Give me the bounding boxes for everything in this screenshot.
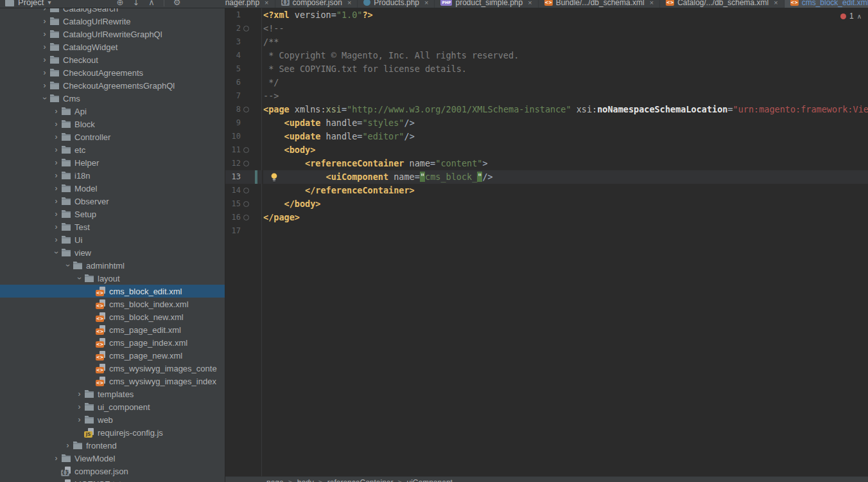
tree-item-observer[interactable]: ›Observer [0,195,225,208]
fold-marker-icon[interactable] [243,161,249,166]
tab-cms-block-edit-xml[interactable]: <>cms_block_edit.xml× [785,0,868,8]
chevron-icon[interactable]: › [74,389,84,398]
tree-item-model[interactable]: ›Model [0,182,225,195]
chevron-icon[interactable]: › [51,210,61,219]
tree-item-checkout[interactable]: ›Checkout [0,53,225,66]
code-line[interactable]: */ [263,76,868,89]
fold-marker-icon[interactable] [243,107,249,112]
tree-item-block[interactable]: ›Block [0,118,225,130]
chevron-icon[interactable]: › [74,402,84,411]
tree-item-view[interactable]: ›view [0,246,225,259]
code-line[interactable]: <uiComponent name="cms_block_"/> [263,170,868,184]
code-line[interactable]: --> [263,89,868,103]
code-line[interactable]: <page xmlns:xsi="http://www.w3.org/2001/… [263,103,868,116]
tab-close-icon[interactable]: × [347,0,351,6]
tree-item-catalogwidget[interactable]: ›CatalogWidget [0,40,225,53]
breadcrumb-item-uicomponent[interactable]: uiComponent [407,478,453,482]
chevron-icon[interactable]: › [40,94,49,103]
tree-item-api[interactable]: ›Api [0,105,225,118]
chevron-icon[interactable]: › [51,120,61,129]
tree-item-ui-component[interactable]: ›ui_component [0,400,225,413]
collapse-all-icon[interactable]: ↧ [132,0,139,7]
tree-item-license-txt[interactable]: ›≡LICENSE.txt [0,478,225,482]
breadcrumb-item-body[interactable]: body [297,478,314,482]
code-line[interactable]: </body> [263,197,868,211]
tab-catalog-db-schema-xml[interactable]: <>Catalog/.../db_schema.xml× [660,0,785,8]
fold-marker-icon[interactable] [243,147,249,153]
code-line[interactable]: * See COPYING.txt for license details. [263,62,868,76]
chevron-icon[interactable]: › [51,158,61,167]
chevron-icon[interactable]: › [40,55,49,64]
chevron-icon[interactable]: › [64,261,73,271]
tree-item-setup[interactable]: ›Setup [0,208,225,220]
tab-bundle-db-schema-xml[interactable]: <>Bundle/.../db_schema.xml× [539,0,661,8]
tree-item-web[interactable]: ›web [0,413,225,426]
breadcrumb-item-referencecontainer[interactable]: referenceContainer [327,478,394,482]
tree-item-catalogurlrewrite[interactable]: ›CatalogUrlRewrite [0,15,225,28]
code-area[interactable]: <?xml version="1.0"?><!--/** * Copyright… [263,8,868,476]
chevron-icon[interactable]: › [40,42,49,51]
chevron-icon[interactable]: › [40,17,49,26]
chevron-icon[interactable]: › [51,145,61,154]
chevron-icon[interactable]: › [51,132,61,141]
code-line[interactable]: </referenceContainer> [263,184,868,197]
chevron-icon[interactable]: › [51,107,61,116]
tree-item-frontend[interactable]: ›frontend [0,439,225,452]
editor[interactable]: 1234567891011121314151617 <?xml version=… [225,8,868,476]
breadcrumb-item-page[interactable]: page [266,478,284,482]
code-line[interactable]: <!-- [263,22,868,35]
tab-close-icon[interactable]: × [528,0,532,6]
tree-item-cms-page-edit-xml[interactable]: ›<>cms_page_edit.xml [0,323,225,336]
code-line[interactable]: <?xml version="1.0"?> [263,8,868,22]
tree-item-ui[interactable]: ›Ui [0,233,225,246]
tree-item-cms-page-new-xml[interactable]: ›<>cms_page_new.xml [0,349,225,362]
tree-item-templates[interactable]: ›templates [0,388,225,400]
chevron-icon[interactable]: › [40,8,49,13]
project-panel-title[interactable]: Project [18,0,44,7]
tree-item-helper[interactable]: ›Helper [0,156,225,169]
chevron-icon[interactable]: › [52,248,61,258]
chevron-icon[interactable]: › [51,197,61,206]
code-line[interactable]: /** [263,35,868,49]
tree-item-layout[interactable]: ›layout [0,272,225,285]
chevron-icon[interactable]: › [51,171,61,180]
tab-product-simple-php[interactable]: PHPproduct_simple.php× [435,0,538,8]
tree-item-cms-block-new-xml[interactable]: ›<>cms_block_new.xml [0,310,225,323]
code-line[interactable]: <body> [263,143,868,157]
tab-composer-json[interactable]: {}composer.json× [275,0,358,8]
tree-item-viewmodel[interactable]: ›ViewModel [0,452,225,465]
intention-bulb-icon[interactable] [270,172,279,183]
chevron-icon[interactable]: › [51,235,61,244]
tree-item-controller[interactable]: ›Controller [0,130,225,143]
locate-icon[interactable]: ⊕ [117,0,124,7]
tree-item-catalogurlrewritegraphql[interactable]: ›CatalogUrlRewriteGraphQl [0,28,225,40]
code-line[interactable] [263,224,868,238]
tree-item-cms-page-index-xml[interactable]: ›<>cms_page_index.xml [0,336,225,349]
tree-item-cms-wysiwyg-images-conte[interactable]: ›<>cms_wysiwyg_images_conte [0,362,225,375]
tree-item-cms-wysiwyg-images-index[interactable]: ›<>cms_wysiwyg_images_index [0,375,225,388]
tree-item-i18n[interactable]: ›i18n [0,169,225,182]
chevron-down-icon[interactable]: ▾ [48,0,51,6]
tab-close-icon[interactable]: × [265,0,268,6]
tree-item-composer-json[interactable]: ›{}composer.json [0,465,225,478]
fold-marker-icon[interactable] [243,26,249,31]
tree-item-cms-block-index-xml[interactable]: ›<>cms_block_index.xml [0,298,225,310]
tree-item-etc[interactable]: ›etc [0,143,225,156]
code-line[interactable]: <update handle="editor"/> [263,130,868,143]
tree-item-adminhtml[interactable]: ›adminhtml [0,259,225,272]
next-error-chevron-icon[interactable]: ∧ [857,13,862,20]
tree-item-checkoutagreements[interactable]: ›CheckoutAgreements [0,66,225,79]
tab-products-php[interactable]: Products.php× [358,0,435,8]
chevron-icon[interactable]: › [63,441,73,450]
chevron-icon[interactable]: › [51,184,61,193]
chevron-icon[interactable]: › [74,415,84,424]
tab--manager-php[interactable]: ...Manager.php× [225,0,275,8]
tab-close-icon[interactable]: × [424,0,428,6]
hide-panel-icon[interactable]: ∧ [148,0,155,7]
tab-close-icon[interactable]: × [774,0,777,6]
chevron-icon[interactable]: › [75,274,84,283]
fold-marker-icon[interactable] [243,215,249,220]
tree-item-test[interactable]: ›Test [0,220,225,233]
code-line[interactable]: </page> [263,211,868,224]
chevron-icon[interactable]: › [40,30,49,39]
